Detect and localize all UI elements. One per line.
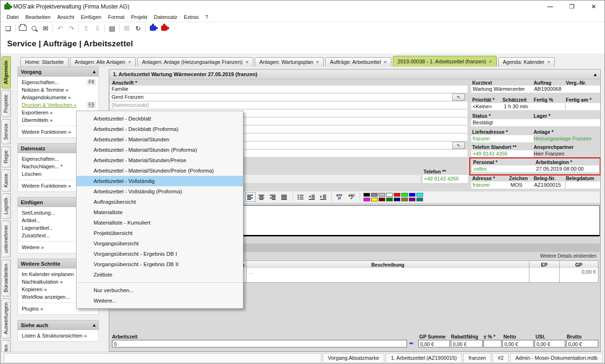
plugin-blue-icon[interactable] <box>147 23 158 34</box>
collapse-icon[interactable]: ▴ <box>93 322 95 328</box>
kurztext-field[interactable]: Wartung Wärmecenter <box>471 86 534 93</box>
arbeitszeit-field[interactable]: 0 <box>112 340 407 347</box>
anschrift-line2-field[interactable]: Gerd Franzen <box>110 94 453 101</box>
menu-datensatz[interactable]: Datensatz <box>151 13 181 22</box>
color-swatch[interactable] <box>371 193 378 197</box>
personal-field[interactable]: cellini <box>472 165 535 172</box>
fertig-am-field[interactable] <box>566 103 601 110</box>
sidebar-item-notizen-termine[interactable]: Notizen & Termine » <box>18 86 98 94</box>
menu-item-deckblatt-proforma[interactable]: Arbeitszettel - Deckblatt (Proforma) <box>77 124 243 134</box>
positions-col-beschreibung[interactable]: Beschreibung <box>246 260 529 269</box>
sidebar-item-eigenschaften[interactable]: Eigenschaften...F8 <box>18 78 98 86</box>
section-siehe-auch-header[interactable]: Siehe auch▴ <box>17 320 99 330</box>
schaetzzeit-field[interactable]: 1 h 30 min <box>502 103 533 110</box>
menu-item-zeitliste[interactable]: Zeitliste <box>77 269 243 280</box>
color-swatch[interactable] <box>386 193 393 197</box>
menu-format[interactable]: Format <box>104 13 128 22</box>
vtab-kasse[interactable]: Kasse <box>1 169 11 191</box>
align-left-icon[interactable] <box>245 192 256 202</box>
excel-export-icon[interactable]: ☒ <box>121 23 132 34</box>
lager-field[interactable] <box>533 119 601 126</box>
sidebar-item-listen-strukturansichten[interactable]: Listen & Strukturansichten » <box>18 332 98 339</box>
status-field[interactable]: Bestätigt <box>471 119 534 126</box>
mail-icon[interactable]: ✉ <box>40 23 51 34</box>
vtab-service[interactable]: Service <box>1 119 11 144</box>
menu-bearbeiten[interactable]: Bearbeiten <box>22 13 54 22</box>
address-lookup-button-2[interactable]: ✎ <box>452 142 465 149</box>
address-lookup-button[interactable]: ✎ <box>452 94 465 101</box>
tab-close-icon[interactable]: × <box>547 59 550 65</box>
tab-agenda-kalender[interactable]: Agenda: Kalender× <box>498 57 555 67</box>
menu-item-deckblatt[interactable]: Arbeitszettel - Deckblatt <box>77 113 243 124</box>
vtab-allgemein[interactable]: Allgemein <box>1 56 11 88</box>
menu-datei[interactable]: Datei <box>3 13 22 22</box>
tab-anlagen-anlage-heizungsanlage[interactable]: Anlagen: Anlage (Heizungsanlage Franzen)… <box>137 57 253 67</box>
plusminus-pct-value[interactable] <box>484 340 501 347</box>
fertig-pct-field[interactable] <box>533 103 565 110</box>
menu-item-material-stunden-preise[interactable]: Arbeitszettel - Material/Stunden/Preise <box>77 155 243 165</box>
sidebar-item-anlagendokumente[interactable]: Anlagendokumente » <box>18 94 98 101</box>
tab-auftraege-arbeitszettel[interactable]: Aufträge: Arbeitszettel× <box>325 57 391 67</box>
outdent-icon[interactable] <box>307 192 317 202</box>
telefon-standort-field[interactable]: +49 8143 4355 <box>471 150 534 157</box>
menu-item-vorgangsuebersicht[interactable]: Vorgangsübersicht <box>77 238 243 249</box>
menu-ansicht[interactable]: Ansicht <box>54 13 78 22</box>
menu-projekt[interactable]: Projekt <box>128 13 150 22</box>
positions-row-gp[interactable]: 0,00 € <box>559 268 598 283</box>
menu-item-auftragsuebersicht[interactable]: Auftragsübersicht <box>77 197 243 207</box>
print-icon[interactable] <box>17 23 28 34</box>
color-swatch[interactable] <box>416 193 423 197</box>
color-swatch[interactable] <box>394 198 400 201</box>
lieferadresse-field[interactable]: franzen <box>471 135 534 142</box>
color-swatch[interactable] <box>394 193 400 197</box>
telefon-field[interactable]: +49 8143 4355 <box>423 175 468 183</box>
color-swatch[interactable] <box>379 193 385 197</box>
positions-row-beschreibung[interactable]: ... <box>246 268 529 283</box>
menu-help[interactable]: ? <box>202 13 211 22</box>
menu-item-material-stunden[interactable]: Arbeitszettel - Material/Stunden <box>77 134 243 145</box>
anlage-link[interactable]: Heizungsanlage Franzen <box>534 136 591 141</box>
bullet-list-icon[interactable] <box>295 192 306 202</box>
vtab-logistik[interactable]: Logistik <box>1 193 11 219</box>
tab-anlagen-wartungsplan[interactable]: Anlagen: Wartungsplan× <box>255 57 324 67</box>
zeichen-field[interactable]: MOS <box>509 182 533 189</box>
undo-icon[interactable]: ↶ <box>54 23 66 34</box>
verg-nr-field[interactable] <box>566 86 601 93</box>
color-swatch[interactable] <box>409 193 415 197</box>
arbeitsbeginn-field[interactable]: 27.05.2019 08:00:00 <box>535 165 599 172</box>
tab-arbeitszettel-franzen-active[interactable]: 2019.00038 - 1. Arbeitszettel (franzen)× <box>393 56 497 67</box>
plugin-red-icon[interactable] <box>158 23 170 34</box>
align-center-icon[interactable] <box>257 192 267 202</box>
menu-item-vorgangsuebersicht-db1[interactable]: Vorgangsübersicht - Ergebnis DB I <box>77 249 243 259</box>
belegdatum-field[interactable] <box>566 182 601 189</box>
positions-col-gp[interactable]: GP <box>559 260 598 269</box>
prioritaet-field[interactable]: <Keine> <box>471 103 502 110</box>
anschrift-line1-field[interactable]: Familie <box>110 86 467 93</box>
menu-item-vollstaendig-proforma[interactable]: Arbeitszettel - Vollständig (Proforma) <box>77 186 243 197</box>
restore-button[interactable]: ❐ <box>561 0 583 13</box>
menu-item-vorgangsuebersicht-db2[interactable]: Vorgangsübersicht - Ergebnis DB II <box>77 259 243 269</box>
justify-icon[interactable] <box>279 192 290 202</box>
menu-item-nur-verbuchen[interactable]: Nur verbuchen... <box>77 285 243 295</box>
menu-item-materialliste[interactable]: Materialliste <box>77 207 243 217</box>
report-icon[interactable]: ▤ <box>106 23 118 34</box>
namenszusatz-field[interactable]: [Namenszusatz] <box>110 102 467 109</box>
redo-icon[interactable]: ↷ <box>66 23 77 34</box>
vtab-bueroarbeiten[interactable]: Büroarbeiten <box>1 260 11 296</box>
collapse-icon[interactable]: ▴ <box>93 69 95 75</box>
spellcheck-icon[interactable]: ABC✔ <box>346 192 357 202</box>
menu-item-materialliste-kumuliert[interactable]: Materialliste - Kumuliert <box>77 217 243 228</box>
tab-close-icon[interactable]: × <box>245 59 248 65</box>
auftrag-field[interactable]: AB1900068 <box>533 86 566 93</box>
color-swatch[interactable] <box>416 198 423 201</box>
vtab-projekte[interactable]: Projekte <box>1 90 11 117</box>
menu-item-projektuebersicht[interactable]: Projektübersicht <box>77 228 243 238</box>
weitere-details-link[interactable]: Weitere Details einblenden <box>540 253 596 259</box>
color-swatch[interactable] <box>363 193 370 197</box>
positions-col-ep[interactable]: EP <box>529 260 560 269</box>
vtab-unternehmer[interactable]: unternehmer <box>1 221 11 258</box>
menu-item-weitere[interactable]: Weitere... <box>77 295 243 306</box>
tab-close-icon[interactable]: × <box>489 59 492 64</box>
vtab-auswertungen[interactable]: Auswertungen <box>1 298 11 338</box>
color-swatch[interactable] <box>363 198 370 201</box>
